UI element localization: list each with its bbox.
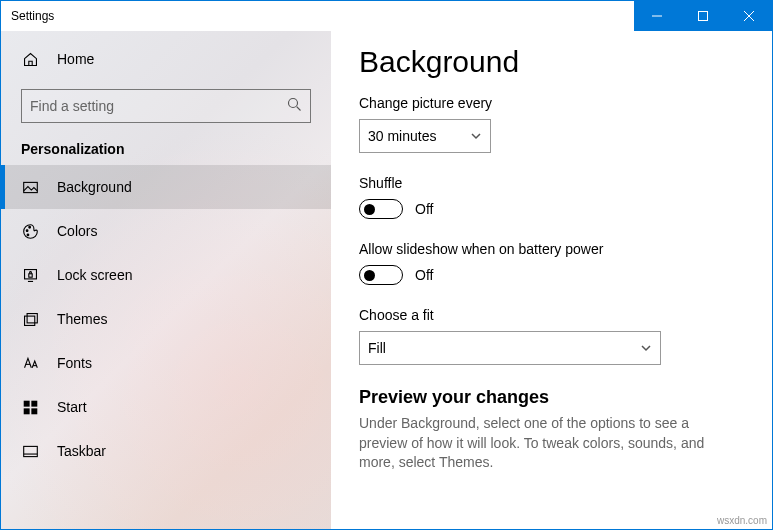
shuffle-label: Shuffle <box>359 175 744 191</box>
sidebar-item-taskbar[interactable]: Taskbar <box>1 429 331 473</box>
sidebar-item-label: Lock screen <box>57 267 132 283</box>
sidebar-item-lock-screen[interactable]: Lock screen <box>1 253 331 297</box>
sidebar-item-themes[interactable]: Themes <box>1 297 331 341</box>
page-heading: Background <box>359 45 744 79</box>
svg-line-5 <box>297 107 301 111</box>
chevron-down-icon <box>640 342 652 354</box>
maximize-button[interactable] <box>680 1 726 31</box>
fit-group: Choose a fit Fill <box>359 307 744 365</box>
sidebar-item-label: Start <box>57 399 87 415</box>
svg-point-7 <box>26 229 28 231</box>
svg-rect-21 <box>23 446 37 456</box>
svg-rect-17 <box>23 400 29 406</box>
toggle-knob <box>364 204 375 215</box>
sidebar-item-start[interactable]: Start <box>1 385 331 429</box>
preview-body: Under Background, select one of the opti… <box>359 414 719 473</box>
svg-rect-20 <box>31 408 37 414</box>
taskbar-icon <box>21 442 39 460</box>
toggle-knob <box>364 270 375 281</box>
settings-window: Settings Home <box>0 0 773 530</box>
start-icon <box>21 398 39 416</box>
sidebar-item-background[interactable]: Background <box>1 165 331 209</box>
svg-rect-19 <box>23 408 29 414</box>
fit-label: Choose a fit <box>359 307 744 323</box>
preview-group: Preview your changes Under Background, s… <box>359 387 744 473</box>
sidebar-item-label: Taskbar <box>57 443 106 459</box>
section-header: Personalization <box>1 131 331 165</box>
svg-rect-1 <box>699 12 708 21</box>
nav-home-label: Home <box>57 51 94 67</box>
sidebar-item-label: Fonts <box>57 355 92 371</box>
main-content: Background Change picture every 30 minut… <box>331 31 772 529</box>
change-picture-value: 30 minutes <box>368 128 436 144</box>
sidebar: Home Personalization <box>1 31 331 529</box>
search-wrap <box>1 81 331 131</box>
change-picture-label: Change picture every <box>359 95 744 111</box>
picture-icon <box>21 178 39 196</box>
svg-rect-14 <box>27 313 37 322</box>
svg-rect-6 <box>23 182 37 192</box>
fit-select[interactable]: Fill <box>359 331 661 365</box>
battery-state: Off <box>415 267 433 283</box>
svg-point-8 <box>28 226 30 228</box>
watermark: wsxdn.com <box>717 515 767 526</box>
battery-label: Allow slideshow when on battery power <box>359 241 744 257</box>
fonts-icon <box>21 354 39 372</box>
search-box[interactable] <box>21 89 311 123</box>
svg-rect-11 <box>28 273 31 276</box>
svg-rect-18 <box>31 400 37 406</box>
battery-group: Allow slideshow when on battery power Of… <box>359 241 744 285</box>
svg-point-9 <box>27 234 29 236</box>
palette-icon <box>21 222 39 240</box>
shuffle-group: Shuffle Off <box>359 175 744 219</box>
shuffle-toggle[interactable] <box>359 199 403 219</box>
svg-point-4 <box>289 99 298 108</box>
battery-toggle[interactable] <box>359 265 403 285</box>
shuffle-state: Off <box>415 201 433 217</box>
svg-rect-13 <box>24 316 34 325</box>
close-button[interactable] <box>726 1 772 31</box>
sidebar-item-colors[interactable]: Colors <box>1 209 331 253</box>
window-title: Settings <box>1 9 54 23</box>
chevron-down-icon <box>470 130 482 142</box>
themes-icon <box>21 310 39 328</box>
sidebar-item-label: Background <box>57 179 132 195</box>
fit-value: Fill <box>368 340 386 356</box>
preview-heading: Preview your changes <box>359 387 744 408</box>
sidebar-item-label: Themes <box>57 311 108 327</box>
change-picture-group: Change picture every 30 minutes <box>359 95 744 153</box>
sidebar-item-label: Colors <box>57 223 97 239</box>
lock-screen-icon <box>21 266 39 284</box>
minimize-button[interactable] <box>634 1 680 31</box>
titlebar: Settings <box>1 1 772 31</box>
search-input[interactable] <box>30 98 287 114</box>
home-icon <box>21 50 39 68</box>
change-picture-select[interactable]: 30 minutes <box>359 119 491 153</box>
nav-home[interactable]: Home <box>1 37 331 81</box>
window-body: Home Personalization <box>1 31 772 529</box>
sidebar-item-fonts[interactable]: Fonts <box>1 341 331 385</box>
search-icon <box>287 97 302 115</box>
